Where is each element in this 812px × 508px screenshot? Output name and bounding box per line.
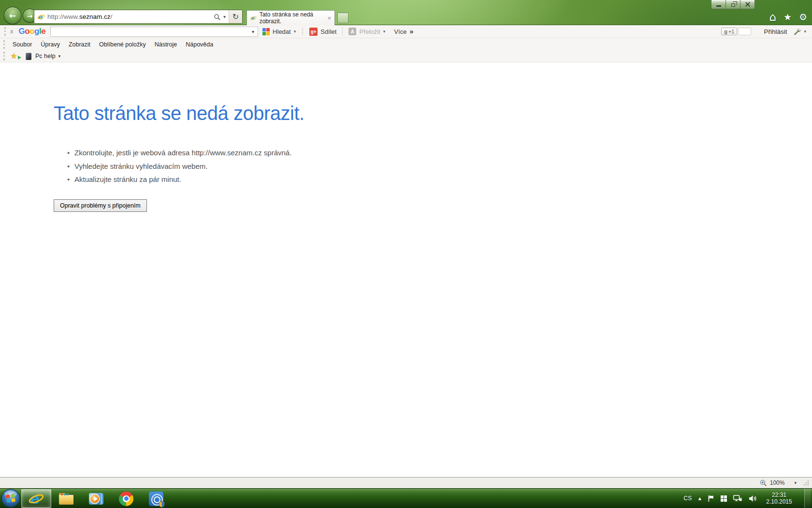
- back-button[interactable]: ←: [4, 7, 21, 24]
- error-suggestions: Zkontrolujte, jestli je webová adresa ht…: [67, 146, 812, 186]
- clock[interactable]: 22:31 2.10.2015: [763, 492, 795, 505]
- list-item: Aktualizujte stránku za pár minut.: [67, 173, 812, 186]
- toolbar-drag-handle[interactable]: [302, 28, 303, 35]
- svg-text:e: e: [251, 15, 255, 21]
- show-desktop-button[interactable]: [804, 489, 811, 508]
- refresh-button[interactable]: ↻: [229, 10, 242, 23]
- favorites-star-icon[interactable]: ★: [783, 12, 792, 22]
- separator: [342, 27, 343, 36]
- minimize-button[interactable]: [711, 0, 726, 9]
- google-search-box[interactable]: ▾: [50, 27, 258, 37]
- windows-start-icon: [1, 489, 20, 508]
- menu-soubor[interactable]: Soubor: [8, 40, 36, 49]
- zoom-magnifier-icon: [760, 479, 767, 487]
- tab-title: Tato stránka se nedá zobrazit.: [260, 11, 325, 25]
- zoom-control[interactable]: 100% ▾: [760, 479, 797, 487]
- new-tab-button[interactable]: [337, 13, 348, 23]
- vice-button[interactable]: Více »: [390, 26, 418, 37]
- favorite-star-icon: ★: [10, 51, 17, 60]
- menu-napoveda[interactable]: Nápověda: [181, 40, 218, 49]
- refresh-icon: ↻: [232, 12, 239, 21]
- menu-upravy[interactable]: Úpravy: [36, 40, 64, 49]
- chevron-down-icon[interactable]: ▾: [58, 54, 61, 59]
- network-icon[interactable]: [733, 495, 742, 502]
- system-tray: CS ▲ 22:31 2.10.2015: [683, 489, 812, 508]
- taskbar-remote-app-button[interactable]: [141, 489, 171, 508]
- close-button[interactable]: [740, 0, 755, 9]
- taskbar-explorer-button[interactable]: [51, 489, 81, 508]
- speaker-icon[interactable]: [749, 495, 757, 502]
- sign-in-link[interactable]: Přihlásit: [764, 28, 787, 35]
- toolbar-drag-handle[interactable]: [3, 52, 5, 60]
- toolbar-drag-handle[interactable]: [3, 40, 5, 49]
- green-arrow-icon: [18, 56, 21, 60]
- start-button[interactable]: [0, 489, 21, 508]
- hledat-button[interactable]: Hledat ▾: [258, 26, 300, 37]
- google-search-input[interactable]: [51, 28, 248, 36]
- resize-grip[interactable]: [803, 480, 810, 486]
- taskbar-ie-button[interactable]: e: [21, 489, 51, 508]
- menu-oblibene-polozky[interactable]: Oblíbené položky: [95, 40, 150, 49]
- add-favorite-button[interactable]: ★: [10, 52, 21, 60]
- tools-gear-icon[interactable]: ⚙: [799, 12, 807, 22]
- taskbar: e CS ▲: [0, 488, 812, 508]
- restore-button[interactable]: [725, 0, 740, 9]
- list-item: Zkontrolujte, jestli je webová adresa ht…: [67, 146, 812, 160]
- chevron-down-icon[interactable]: ▾: [794, 480, 797, 485]
- plus-one-button[interactable]: g+1: [721, 28, 737, 35]
- google-logo: Google: [19, 27, 46, 36]
- browser-chrome: ← → e http://www.seznam.cz/ ▾ ↻ e T: [0, 0, 812, 25]
- double-chevron-icon: »: [409, 28, 413, 35]
- folder-icon: [59, 493, 73, 505]
- forward-arrow-icon: →: [27, 12, 33, 20]
- translate-icon: A: [348, 28, 356, 35]
- url-suffix: /: [111, 13, 113, 20]
- ie-tab-icon: e: [250, 15, 257, 22]
- chevron-down-icon: ▾: [294, 29, 296, 34]
- chrome-icon: [119, 492, 133, 506]
- command-bar: ⌂ ★ ⚙: [769, 11, 807, 23]
- search-icon[interactable]: [214, 14, 220, 20]
- toolbar-drag-handle[interactable]: [4, 27, 6, 36]
- window-controls: [711, 0, 755, 9]
- minimize-icon: [716, 5, 721, 7]
- status-bar: 100% ▾: [0, 477, 812, 488]
- toolbar-close-icon[interactable]: x: [9, 28, 17, 36]
- menu-nastroje[interactable]: Nástroje: [150, 40, 182, 49]
- screen: ← → e http://www.seznam.cz/ ▾ ↻ e T: [0, 0, 812, 508]
- home-icon[interactable]: ⌂: [769, 11, 776, 23]
- google-pinwheel-icon: [262, 28, 270, 35]
- search-history-dropdown-icon[interactable]: ▾: [248, 29, 258, 34]
- clock-date: 2.10.2015: [763, 498, 795, 505]
- address-dropdown-icon[interactable]: ▾: [220, 14, 229, 19]
- gplus-icon: g+: [309, 28, 318, 36]
- get-windows-10-icon[interactable]: [721, 495, 727, 502]
- fix-connection-button[interactable]: Opravit problémy s připojením: [54, 199, 147, 212]
- action-center-flag-icon[interactable]: [708, 495, 714, 502]
- ie-favicon: e: [37, 13, 45, 21]
- target-app-icon: [149, 492, 163, 506]
- favorites-folder-icon[interactable]: [26, 53, 31, 60]
- internet-explorer-icon: e: [29, 491, 44, 507]
- list-item: Vyhledejte stránku vyhledávacím webem.: [67, 160, 812, 173]
- restore-icon: [731, 3, 735, 7]
- plus-one-counter: [738, 28, 751, 35]
- address-bar[interactable]: e http://www.seznam.cz/ ▾ ↻: [34, 10, 243, 24]
- favorites-folder-label[interactable]: Pc help: [35, 53, 56, 60]
- wrench-icon[interactable]: [793, 28, 801, 36]
- url-domain: seznam.cz: [79, 13, 111, 20]
- taskbar-chrome-button[interactable]: [111, 489, 141, 508]
- menu-zobrazit[interactable]: Zobrazit: [64, 40, 95, 49]
- prelozit-button[interactable]: A Přeložit ▾: [344, 26, 390, 37]
- chevron-down-icon[interactable]: ▾: [804, 29, 806, 34]
- tab[interactable]: e Tato stránka se nedá zobrazit. ×: [246, 10, 335, 25]
- taskbar-media-player-button[interactable]: [81, 489, 111, 508]
- page-title: Tato stránka se nedá zobrazit.: [54, 103, 812, 124]
- show-hidden-icons-button[interactable]: ▲: [698, 496, 701, 501]
- sdilet-button[interactable]: g+ Sdílet: [305, 26, 341, 37]
- zoom-level: 100%: [770, 479, 785, 486]
- language-indicator[interactable]: CS: [683, 495, 692, 502]
- menu-bar: Soubor Úpravy Zobrazit Oblíbené položky …: [0, 38, 812, 50]
- uac-shield-icon: [159, 501, 165, 508]
- tab-close-icon[interactable]: ×: [327, 15, 331, 21]
